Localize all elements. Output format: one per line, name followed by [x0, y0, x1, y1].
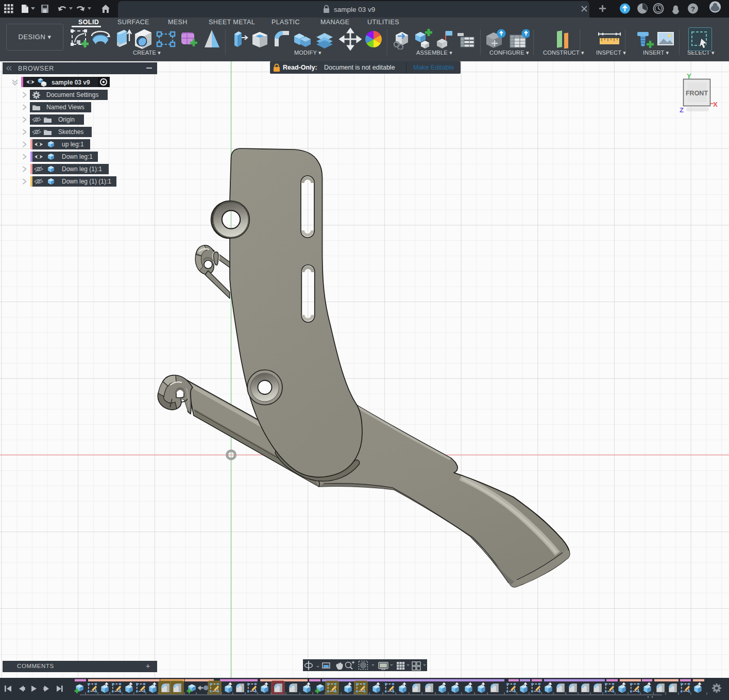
svg-text:X: X [713, 101, 718, 108]
svg-text:FRONT: FRONT [686, 90, 708, 97]
svg-text:sample 03 v9: sample 03 v9 [334, 6, 375, 13]
svg-text:Z: Z [680, 106, 684, 114]
svg-text:?: ? [691, 5, 695, 13]
